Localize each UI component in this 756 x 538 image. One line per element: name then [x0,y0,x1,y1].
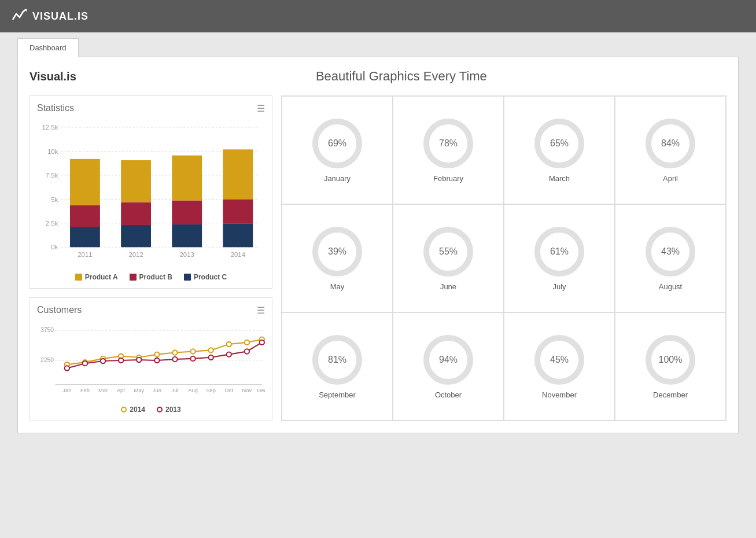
svg-point-59 [83,361,87,366]
svg-text:5k: 5k [51,196,58,203]
statistics-chart-box: Statistics ☰ 12.5k [29,95,272,289]
donut-cell-december: 100% December [615,312,726,421]
svg-text:Apr: Apr [117,388,126,393]
svg-text:2014: 2014 [231,251,245,258]
donut-august: 43% [644,226,696,278]
donut-label-october: October [435,390,462,399]
main-panel: Visual.is Beautiful Graphics Every Time … [17,57,739,433]
logo-text: VISUAL.IS [32,10,88,23]
legend-label-a: Product A [85,273,118,281]
svg-point-68 [245,349,249,353]
legend-2013: 2013 [157,406,181,414]
donut-cell-april: 84% April [615,96,726,204]
svg-point-67 [227,352,231,356]
donut-cell-march: 65% March [504,96,615,204]
donut-label-february: February [433,174,463,183]
svg-text:0k: 0k [51,244,58,250]
donut-text-february: 78% [439,138,458,149]
customers-title: Customers [37,305,265,315]
svg-point-69 [260,340,264,345]
svg-rect-25 [223,224,253,247]
donut-cell-september: 81% September [282,312,393,421]
donut-label-september: September [319,390,356,399]
svg-text:2.5k: 2.5k [46,220,58,227]
donut-april: 84% [644,117,696,169]
bar-chart-area: 12.5k 10k 7.5k 5k 2.5k 0k [37,118,265,268]
svg-rect-18 [121,202,151,225]
charts-row: Statistics ☰ 12.5k [29,95,727,421]
svg-text:Aug: Aug [188,388,198,393]
statistics-menu-icon[interactable]: ☰ [257,103,265,114]
legend-label-2014: 2014 [130,406,145,414]
donut-cell-february: 78% February [393,96,504,204]
svg-text:Sep: Sep [206,388,216,393]
legend-label-b: Product B [139,273,172,281]
line-chart-svg: 3750 2250 Jan Feb Mar Apr May Jun Jul Au… [37,320,265,401]
donut-text-september: 81% [328,355,346,365]
left-column: Statistics ☰ 12.5k [29,95,272,421]
line-chart-legend: 2014 2013 [37,406,265,414]
logo: VISUAL.IS [12,7,88,26]
donut-label-june: June [440,282,456,291]
panel-header: Visual.is Beautiful Graphics Every Time [29,69,727,84]
donut-label-december: December [653,390,688,399]
donut-text-july: 61% [550,246,569,257]
donut-text-november: 45% [550,355,569,365]
svg-text:3750: 3750 [40,327,54,333]
svg-rect-23 [172,156,202,201]
legend-label-2013: 2013 [165,406,181,414]
svg-rect-17 [121,225,151,247]
svg-text:Jan: Jan [62,388,71,393]
svg-text:2250: 2250 [40,357,54,363]
donut-label-november: November [542,390,577,399]
donut-september: 81% [311,334,363,386]
donut-cell-january: 69% January [282,96,393,204]
content-area: Dashboard Visual.is Beautiful Graphics E… [0,32,756,451]
svg-point-55 [227,342,231,347]
customers-menu-icon[interactable]: ☰ [257,305,265,316]
header: VISUAL.IS [0,0,756,32]
donut-cell-july: 61% July [504,204,615,312]
legend-label-c: Product C [194,273,227,281]
legend-dot-a [75,274,82,281]
tab-bar: Dashboard [17,38,739,57]
legend-dot-2014 [121,407,127,412]
dashboard-tab[interactable]: Dashboard [17,38,79,57]
svg-point-54 [209,348,213,352]
svg-point-66 [209,355,213,360]
svg-text:2012: 2012 [128,251,143,258]
donut-grid: 69% January 78% February 65% March [282,96,726,421]
donut-text-april: 84% [661,138,680,149]
svg-rect-27 [223,149,253,199]
donut-cell-november: 45% November [504,312,615,421]
svg-rect-19 [121,160,151,202]
donut-march: 65% [533,117,585,169]
svg-text:Nov: Nov [242,388,252,393]
donut-text-october: 94% [439,355,458,365]
donut-january: 69% [311,117,363,169]
svg-text:2013: 2013 [180,251,194,258]
svg-point-65 [190,356,195,361]
bar-chart-legend: Product A Product B Product C [37,273,265,281]
svg-point-56 [245,340,249,345]
svg-text:7.5k: 7.5k [46,172,58,179]
svg-point-52 [172,350,177,355]
statistics-title: Statistics [37,103,265,113]
legend-dot-2013 [157,407,163,412]
svg-rect-22 [172,200,202,224]
donut-text-june: 55% [439,246,458,257]
donut-may: 39% [311,226,363,278]
donut-label-may: May [330,282,345,291]
svg-point-53 [190,349,195,353]
svg-text:12.5k: 12.5k [42,124,58,131]
svg-text:Jun: Jun [153,388,161,393]
svg-text:May: May [134,388,144,393]
svg-point-60 [101,359,105,363]
bar-chart-svg: 12.5k 10k 7.5k 5k 2.5k 0k [37,118,265,268]
svg-text:Dec: Dec [257,388,265,393]
legend-product-c: Product C [184,273,227,281]
svg-point-51 [154,352,159,356]
donut-cell-june: 55% June [393,204,504,312]
svg-text:Jul: Jul [172,388,179,393]
donut-label-april: April [663,174,678,183]
